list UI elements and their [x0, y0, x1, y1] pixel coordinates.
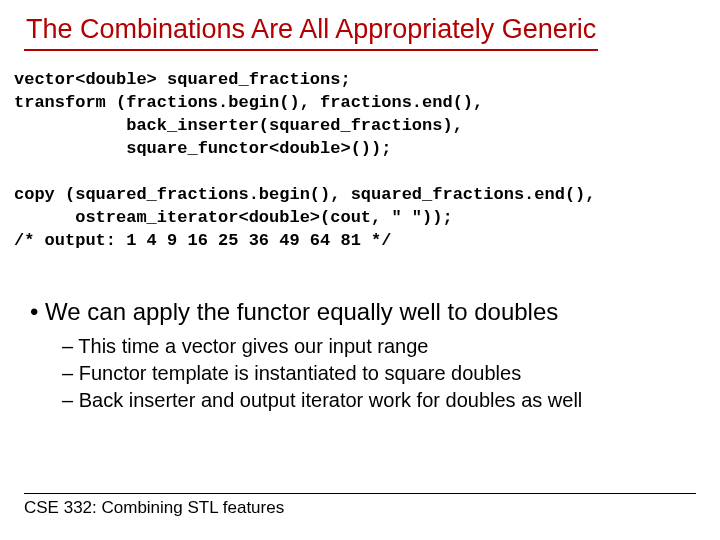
sub-bullet: – This time a vector gives our input ran… — [62, 333, 696, 360]
sub-bullet: – Functor template is instantiated to sq… — [62, 360, 696, 387]
slide: The Combinations Are All Appropriately G… — [0, 0, 720, 540]
sub-bullet: – Back inserter and output iterator work… — [62, 387, 696, 414]
slide-title: The Combinations Are All Appropriately G… — [24, 14, 598, 51]
code-block: vector<double> squared_fractions; transf… — [14, 69, 696, 253]
body-text: • We can apply the functor equally well … — [24, 297, 696, 414]
footer: CSE 332: Combining STL features — [24, 493, 696, 518]
bullet-main: • We can apply the functor equally well … — [30, 297, 696, 327]
sub-bullets: – This time a vector gives our input ran… — [62, 333, 696, 414]
